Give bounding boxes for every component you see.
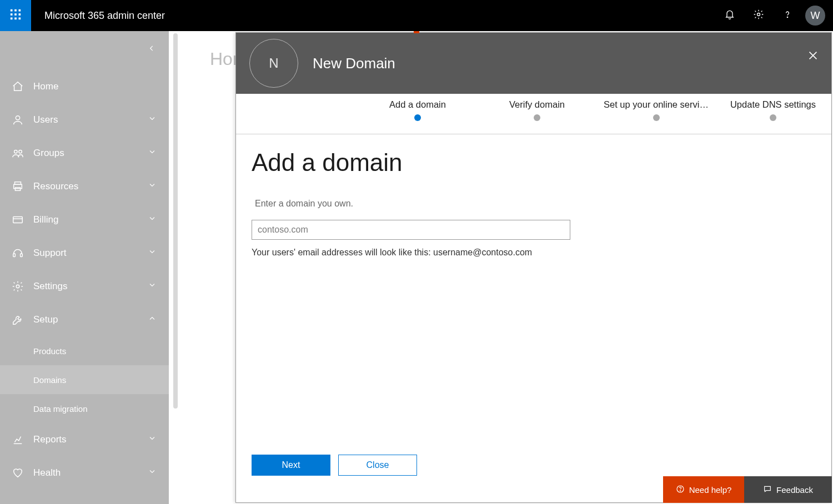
sidebar-item-home[interactable]: Home bbox=[0, 70, 169, 103]
chevron-down-icon bbox=[148, 114, 157, 126]
svg-point-22 bbox=[680, 490, 680, 491]
sidebar-item-label: Support bbox=[33, 248, 67, 259]
svg-point-13 bbox=[19, 150, 22, 154]
sidebar-subitem-label: Products bbox=[33, 346, 66, 356]
need-help-button[interactable]: Need help? bbox=[663, 476, 744, 503]
panel-body: Add a domain Enter a domain you own. You… bbox=[236, 134, 831, 269]
svg-rect-1 bbox=[14, 9, 17, 12]
svg-point-12 bbox=[14, 150, 17, 154]
chart-icon bbox=[11, 434, 24, 446]
svg-point-11 bbox=[16, 116, 19, 120]
chevron-down-icon bbox=[148, 434, 157, 446]
chevron-down-icon bbox=[148, 181, 157, 193]
sidebar-item-label: Home bbox=[33, 81, 58, 92]
step-dot bbox=[653, 114, 660, 121]
app-title: Microsoft 365 admin center bbox=[44, 10, 165, 22]
step-dot bbox=[414, 114, 421, 121]
panel-heading: Add a domain bbox=[252, 149, 816, 177]
sidebar-item-settings[interactable]: Settings bbox=[0, 270, 169, 303]
sidebar-item-label: Reports bbox=[33, 434, 67, 445]
sidebar-item-users[interactable]: Users bbox=[0, 103, 169, 137]
step-dot bbox=[534, 114, 540, 121]
top-bar: Microsoft 365 admin center W bbox=[0, 0, 833, 31]
app-launcher-button[interactable] bbox=[0, 0, 31, 31]
avatar[interactable]: W bbox=[805, 6, 825, 26]
chevron-left-icon bbox=[148, 44, 155, 54]
svg-rect-19 bbox=[21, 254, 23, 257]
sidebar-item-setup[interactable]: Setup bbox=[0, 303, 169, 336]
heart-icon bbox=[11, 467, 24, 479]
corner-buttons: Need help? Feedback bbox=[663, 476, 832, 503]
svg-rect-16 bbox=[15, 188, 20, 191]
card-icon bbox=[11, 214, 24, 226]
scrollbar[interactable] bbox=[173, 33, 178, 409]
settings-button[interactable] bbox=[744, 0, 773, 31]
collapse-sidebar-button[interactable] bbox=[148, 44, 155, 54]
wrench-icon bbox=[11, 314, 24, 326]
panel-title: New Domain bbox=[313, 55, 395, 72]
sidebar-item-billing[interactable]: Billing bbox=[0, 203, 169, 236]
button-label: Feedback bbox=[776, 485, 813, 495]
feedback-button[interactable]: Feedback bbox=[744, 476, 832, 503]
question-icon bbox=[782, 9, 793, 22]
chat-icon bbox=[763, 485, 772, 495]
step-update-dns[interactable]: Update DNS settings bbox=[726, 99, 820, 121]
sidebar-item-label: Users bbox=[33, 114, 58, 125]
close-button[interactable]: Close bbox=[338, 455, 417, 476]
svg-rect-7 bbox=[14, 18, 17, 20]
step-dot bbox=[770, 114, 776, 121]
sidebar-subitem-domains[interactable]: Domains bbox=[0, 365, 169, 394]
sidebar-subitem-products[interactable]: Products bbox=[0, 336, 169, 365]
step-verify-domain[interactable]: Verify domain bbox=[487, 99, 587, 121]
gear-icon bbox=[753, 9, 764, 22]
close-icon bbox=[807, 54, 819, 63]
svg-rect-6 bbox=[11, 18, 13, 20]
svg-rect-5 bbox=[19, 13, 21, 16]
step-add-domain[interactable]: Add a domain bbox=[365, 99, 470, 121]
step-online-services[interactable]: Set up your online services bbox=[604, 99, 709, 121]
waffle-icon bbox=[9, 8, 22, 23]
sidebar-item-groups[interactable]: Groups bbox=[0, 137, 169, 170]
next-button[interactable]: Next bbox=[252, 455, 330, 476]
sidebar-subitem-data-migration[interactable]: Data migration bbox=[0, 394, 169, 423]
topbar-right: W bbox=[715, 0, 833, 31]
chevron-up-icon bbox=[148, 314, 157, 326]
svg-point-20 bbox=[16, 285, 19, 288]
sidebar-item-label: Groups bbox=[33, 148, 64, 159]
sidebar-item-reports[interactable]: Reports bbox=[0, 423, 169, 456]
gear-icon bbox=[11, 280, 24, 293]
people-icon bbox=[11, 147, 24, 159]
sidebar-item-support[interactable]: Support bbox=[0, 236, 169, 270]
button-label: Need help? bbox=[689, 485, 732, 495]
sidebar-item-resources[interactable]: Resources bbox=[0, 170, 169, 203]
bell-icon bbox=[724, 9, 735, 22]
svg-rect-17 bbox=[13, 217, 23, 223]
sidebar-subitem-label: Domains bbox=[33, 375, 66, 385]
panel-avatar: N bbox=[249, 39, 298, 88]
new-domain-panel: N New Domain Add a domain Verify domain … bbox=[235, 32, 832, 503]
printer-icon bbox=[11, 180, 24, 193]
chevron-down-icon bbox=[148, 467, 157, 479]
home-icon bbox=[11, 80, 24, 93]
nav: Home Users Groups Resources Billing bbox=[0, 70, 169, 490]
domain-input[interactable] bbox=[252, 220, 570, 240]
sidebar-item-label: Resources bbox=[33, 181, 78, 192]
sidebar: Home Users Groups Resources Billing bbox=[0, 31, 169, 504]
svg-point-10 bbox=[787, 17, 787, 17]
sidebar-item-label: Health bbox=[33, 467, 61, 478]
step-label: Add a domain bbox=[365, 99, 470, 110]
instruction-text: Enter a domain you own. bbox=[255, 199, 816, 209]
sidebar-item-health[interactable]: Health bbox=[0, 456, 169, 490]
close-panel-button[interactable] bbox=[807, 49, 819, 64]
notifications-button[interactable] bbox=[715, 0, 744, 31]
help-button[interactable] bbox=[773, 0, 802, 31]
svg-rect-8 bbox=[19, 18, 21, 20]
hint-text: Your users' email addresses will look li… bbox=[252, 248, 816, 258]
step-label: Verify domain bbox=[487, 99, 587, 110]
svg-rect-3 bbox=[11, 13, 13, 16]
sidebar-item-label: Setup bbox=[33, 314, 58, 325]
button-label: Next bbox=[282, 460, 300, 470]
sidebar-item-label: Billing bbox=[33, 214, 58, 225]
svg-rect-2 bbox=[19, 9, 21, 12]
button-label: Close bbox=[367, 460, 389, 470]
